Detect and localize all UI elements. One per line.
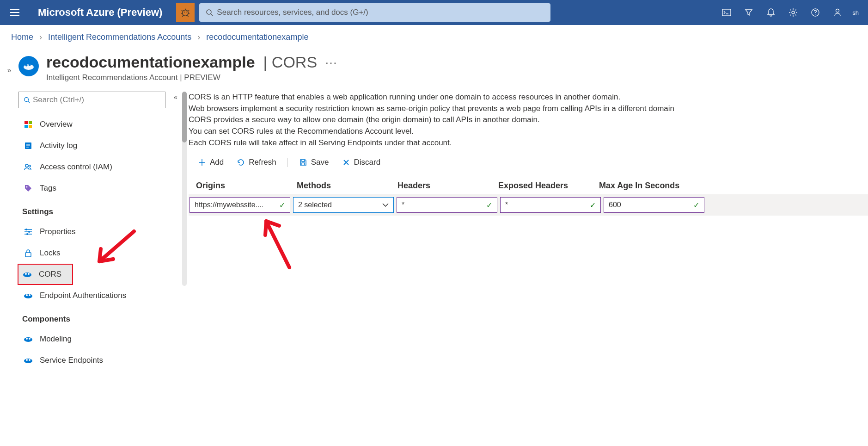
sidebar-item-label: Properties — [40, 227, 75, 236]
maxage-input[interactable]: 600 ✓ — [604, 197, 704, 213]
svg-point-1 — [184, 12, 185, 12]
svg-point-2 — [186, 12, 187, 12]
svg-point-3 — [207, 10, 211, 14]
add-button[interactable]: Add — [193, 155, 228, 170]
save-icon — [299, 158, 307, 167]
bug-button[interactable] — [176, 3, 195, 22]
sidebar-item-cors[interactable]: CORS — [18, 264, 73, 285]
sidebar-item-activity-log[interactable]: Activity log — [18, 135, 165, 156]
svg-point-0 — [183, 10, 189, 16]
svg-point-26 — [24, 294, 32, 298]
origins-input[interactable]: https://mywebssite.... ✓ — [189, 197, 290, 213]
hamburger-menu[interactable] — [6, 3, 24, 22]
svg-point-27 — [26, 294, 28, 296]
sidebar-item-service-endpoints[interactable]: Service Endpoints — [18, 350, 165, 371]
svg-rect-14 — [24, 125, 28, 128]
svg-point-9 — [25, 64, 28, 67]
endpoint-auth-icon — [22, 290, 34, 302]
svg-point-28 — [29, 294, 31, 296]
refresh-button[interactable]: Refresh — [232, 155, 281, 170]
svg-point-25 — [28, 273, 30, 275]
search-icon — [24, 97, 30, 103]
page-title-suffix: | CORS — [263, 53, 318, 71]
search-icon — [206, 9, 213, 16]
save-button[interactable]: Save — [294, 155, 334, 170]
overview-icon — [22, 118, 34, 130]
user-label[interactable]: sh — [849, 9, 862, 16]
svg-rect-4 — [722, 9, 731, 16]
sidebar-item-properties[interactable]: Properties — [18, 221, 165, 242]
svg-point-32 — [24, 359, 32, 363]
cloud-shell-button[interactable] — [715, 0, 738, 25]
brand-title[interactable]: Microsoft Azure (Preview) — [38, 6, 162, 19]
sidebar-item-label: Tags — [40, 184, 56, 193]
access-control-icon — [22, 161, 34, 173]
methods-select[interactable]: 2 selected — [293, 197, 394, 213]
expand-toggle[interactable]: » — [0, 50, 18, 446]
toolbar: Add Refresh Save Disca — [189, 155, 868, 170]
settings-button[interactable] — [782, 0, 804, 25]
cors-icon — [21, 268, 33, 280]
sidebar-item-label: Service Endpoints — [40, 356, 103, 365]
more-actions[interactable]: ··· — [325, 56, 337, 69]
top-actions: sh — [715, 0, 862, 25]
filter-button[interactable] — [738, 0, 760, 25]
sidebar-section-components: Components — [18, 306, 165, 328]
feedback-button[interactable] — [826, 0, 849, 25]
tags-icon — [22, 182, 34, 194]
svg-rect-12 — [24, 121, 28, 124]
svg-point-31 — [29, 338, 31, 340]
svg-point-29 — [24, 337, 32, 342]
sidebar-search[interactable] — [18, 92, 165, 108]
svg-point-5 — [792, 11, 795, 14]
page-subtitle: Intelligent Recommendations Account | PR… — [46, 73, 337, 82]
info-text: CORS is an HTTP feature that enables a w… — [189, 92, 868, 149]
breadcrumb-resource[interactable]: recodocumentationexample — [206, 32, 308, 42]
help-button[interactable] — [804, 0, 826, 25]
sidebar-item-modeling[interactable]: Modeling — [18, 328, 165, 350]
sidebar-item-label: CORS — [39, 270, 61, 279]
col-origins: Origins — [192, 177, 293, 194]
sidebar-item-access-control[interactable]: Access control (IAM) — [18, 156, 165, 178]
breadcrumb-home[interactable]: Home — [11, 32, 33, 42]
svg-rect-13 — [29, 121, 32, 124]
sidebar-item-overview[interactable]: Overview — [18, 114, 165, 135]
sidebar-item-locks[interactable]: Locks — [18, 242, 165, 264]
sidebar-item-label: Locks — [40, 248, 60, 258]
exposed-headers-input[interactable]: * ✓ — [500, 197, 601, 213]
sidebar-search-input[interactable] — [33, 95, 160, 105]
discard-button[interactable]: Discard — [337, 155, 385, 170]
global-search[interactable] — [199, 3, 550, 22]
collapse-panel[interactable]: « — [169, 92, 182, 446]
svg-point-20 — [28, 231, 30, 233]
sidebar-section-settings: Settings — [18, 199, 165, 221]
col-headers: Headers — [394, 177, 495, 194]
col-methods: Methods — [293, 177, 394, 194]
svg-point-23 — [23, 273, 31, 277]
notifications-button[interactable] — [760, 0, 782, 25]
svg-point-30 — [26, 338, 28, 340]
svg-rect-22 — [25, 253, 31, 257]
sidebar-item-endpoint-auth[interactable]: Endpoint Authentications — [18, 285, 165, 306]
sidebar-item-label: Endpoint Authentications — [40, 291, 126, 300]
cors-row: https://mywebssite.... ✓ 2 selected * ✓ — [189, 194, 868, 216]
sidebar-item-tags[interactable]: Tags — [18, 178, 165, 199]
global-search-input[interactable] — [217, 8, 544, 17]
modeling-icon — [22, 333, 34, 345]
svg-point-33 — [26, 359, 28, 361]
page-title: recodocumentationexample — [46, 53, 255, 71]
scrollbar[interactable] — [182, 92, 187, 286]
sidebar-item-label: Activity log — [40, 141, 77, 150]
svg-point-21 — [26, 233, 28, 235]
col-maxage: Max Age In Seconds — [595, 177, 696, 194]
plus-icon — [198, 158, 206, 167]
headers-input[interactable]: * ✓ — [397, 197, 497, 213]
check-icon: ✓ — [693, 201, 699, 210]
check-icon: ✓ — [590, 201, 596, 210]
breadcrumb-accounts[interactable]: Intelligent Recommendations Accounts — [48, 32, 191, 42]
chevron-down-icon — [382, 203, 389, 207]
top-bar: Microsoft Azure (Preview) sh — [0, 0, 868, 25]
svg-point-34 — [29, 359, 31, 361]
svg-point-10 — [29, 64, 31, 66]
check-icon: ✓ — [486, 201, 492, 210]
